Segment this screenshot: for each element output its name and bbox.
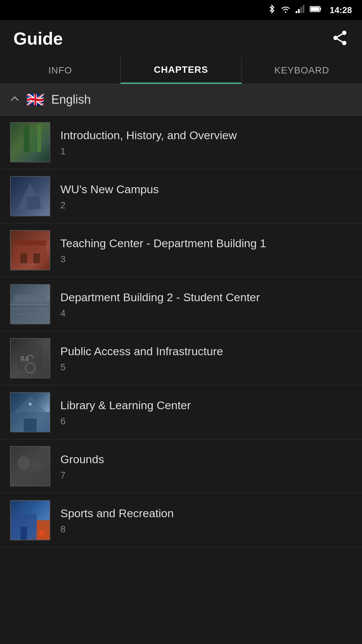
chapter-number-4: 4 bbox=[60, 308, 352, 319]
svg-point-36 bbox=[32, 462, 42, 471]
chapter-info-5: Public Access and Infrastructure 5 bbox=[60, 344, 352, 373]
status-bar: 14:28 bbox=[0, 0, 362, 20]
svg-rect-19 bbox=[14, 240, 47, 246]
chapter-title-6: Library & Learning Center bbox=[60, 398, 352, 413]
svg-rect-32 bbox=[24, 419, 37, 432]
chevron-up-icon bbox=[10, 95, 19, 104]
svg-rect-3 bbox=[300, 7, 302, 13]
chapter-number-5: 5 bbox=[60, 362, 352, 373]
chapter-item-4[interactable]: Department Building 2 - Student Center 4 bbox=[0, 277, 362, 331]
language-label: English bbox=[51, 93, 91, 107]
bluetooth-icon bbox=[268, 4, 276, 16]
chapter-item-2[interactable]: WU's New Campus 2 bbox=[0, 169, 362, 223]
chapter-item-3[interactable]: Teaching Center - Department Building 1 … bbox=[0, 223, 362, 277]
chapter-item-1[interactable]: Introduction, History, and Overview 1 bbox=[0, 115, 362, 169]
svg-rect-37 bbox=[14, 473, 47, 482]
chapter-info-1: Introduction, History, and Overview 1 bbox=[60, 128, 352, 157]
chapter-list: Introduction, History, and Overview 1 WU… bbox=[0, 115, 362, 547]
chapter-item-6[interactable]: Library & Learning Center 6 bbox=[0, 385, 362, 439]
svg-rect-1 bbox=[296, 11, 297, 13]
app-header: Guide bbox=[0, 20, 362, 57]
chapter-thumbnail-5: R4 bbox=[10, 338, 50, 378]
tab-info[interactable]: INFO bbox=[0, 57, 121, 84]
chapter-title-7: Grounds bbox=[60, 452, 352, 467]
chapter-thumbnail-4 bbox=[10, 284, 50, 324]
svg-rect-13 bbox=[24, 126, 29, 152]
status-icons: 14:28 bbox=[268, 4, 352, 16]
chapter-number-3: 3 bbox=[60, 254, 352, 265]
svg-rect-7 bbox=[311, 7, 319, 11]
chapter-number-7: 7 bbox=[60, 470, 352, 481]
chapter-number-2: 2 bbox=[60, 200, 352, 211]
app-title: Guide bbox=[13, 29, 63, 49]
chapter-number-8: 8 bbox=[60, 524, 352, 535]
chapter-info-3: Teaching Center - Department Building 1 … bbox=[60, 236, 352, 265]
svg-point-35 bbox=[17, 457, 30, 470]
chapter-info-2: WU's New Campus 2 bbox=[60, 182, 352, 211]
share-button[interactable] bbox=[331, 29, 349, 48]
chapter-title-1: Introduction, History, and Overview bbox=[60, 128, 352, 143]
language-selector[interactable]: 🇬🇧 English bbox=[0, 84, 362, 115]
svg-rect-4 bbox=[303, 5, 304, 13]
status-time: 14:28 bbox=[330, 5, 352, 15]
svg-point-10 bbox=[342, 41, 347, 45]
chapter-info-7: Grounds 7 bbox=[60, 452, 352, 481]
chapter-thumbnail-2 bbox=[10, 176, 50, 216]
svg-rect-18 bbox=[14, 244, 47, 263]
svg-rect-23 bbox=[14, 294, 47, 303]
signal-icon bbox=[296, 5, 305, 15]
svg-rect-21 bbox=[34, 254, 40, 263]
svg-rect-40 bbox=[20, 527, 27, 540]
chapter-number-6: 6 bbox=[60, 416, 352, 427]
chapter-info-8: Sports and Recreation 8 bbox=[60, 506, 352, 535]
chapter-title-3: Teaching Center - Department Building 1 bbox=[60, 236, 352, 251]
wifi-icon bbox=[280, 5, 291, 15]
svg-point-33 bbox=[28, 402, 32, 406]
svg-rect-15 bbox=[37, 124, 41, 152]
chapter-info-6: Library & Learning Center 6 bbox=[60, 398, 352, 427]
chapter-item-8[interactable]: Sports and Recreation 8 bbox=[0, 493, 362, 547]
tab-chapters[interactable]: CHAPTERS bbox=[121, 57, 241, 84]
chapter-thumbnail-7 bbox=[10, 446, 50, 486]
chapter-title-5: Public Access and Infrastructure bbox=[60, 344, 352, 359]
tabs-container: INFO CHAPTERS KEYBOARD bbox=[0, 57, 362, 84]
battery-icon bbox=[310, 5, 322, 15]
language-flag: 🇬🇧 bbox=[26, 91, 45, 108]
svg-line-11 bbox=[338, 39, 343, 42]
chapter-thumbnail-1 bbox=[10, 122, 50, 162]
svg-point-0 bbox=[285, 11, 286, 13]
chapter-title-2: WU's New Campus bbox=[60, 182, 352, 197]
svg-rect-6 bbox=[320, 8, 321, 10]
chapter-title-8: Sports and Recreation bbox=[60, 506, 352, 521]
svg-point-41 bbox=[39, 531, 44, 536]
svg-rect-17 bbox=[27, 196, 40, 209]
chapter-thumbnail-6 bbox=[10, 392, 50, 432]
chapter-title-4: Department Building 2 - Student Center bbox=[60, 290, 352, 305]
svg-rect-14 bbox=[31, 129, 36, 152]
chapter-number-1: 1 bbox=[60, 146, 352, 157]
svg-line-12 bbox=[338, 34, 343, 37]
svg-point-9 bbox=[334, 36, 338, 40]
chapter-item-7[interactable]: Grounds 7 bbox=[0, 439, 362, 493]
chapter-thumbnail-8 bbox=[10, 500, 50, 540]
chapter-thumbnail-3 bbox=[10, 230, 50, 270]
chapter-info-4: Department Building 2 - Student Center 4 bbox=[60, 290, 352, 319]
svg-point-8 bbox=[342, 31, 347, 35]
tab-keyboard[interactable]: KEYBOARD bbox=[242, 57, 362, 84]
svg-rect-39 bbox=[37, 520, 50, 540]
svg-text:R4: R4 bbox=[20, 355, 29, 363]
chapter-item-5[interactable]: R4 Public Access and Infrastructure 5 bbox=[0, 331, 362, 385]
svg-rect-2 bbox=[298, 9, 300, 13]
svg-rect-20 bbox=[20, 254, 27, 263]
